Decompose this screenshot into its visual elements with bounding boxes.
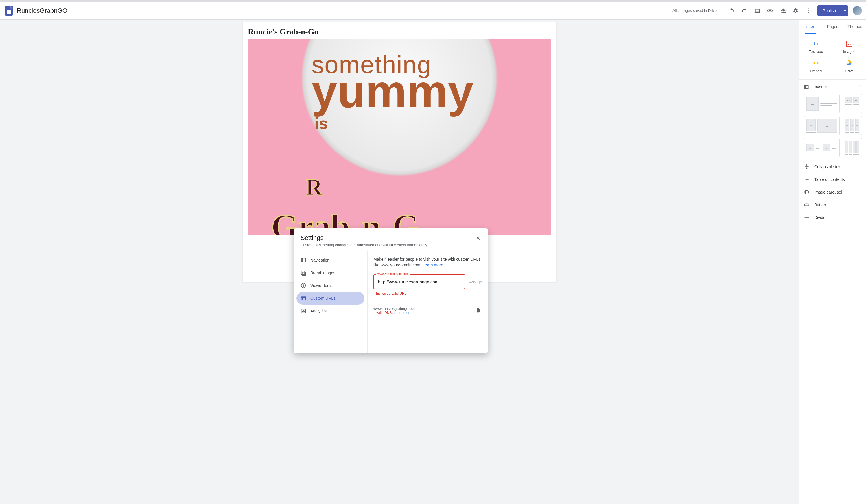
document-title[interactable]: RunciesGrabnGO — [17, 7, 67, 14]
url-error-text: This isn't a valid URL. — [374, 291, 482, 296]
images-icon — [846, 40, 853, 47]
layout-option-6[interactable] — [843, 138, 862, 157]
publish-button[interactable]: Publish — [818, 5, 841, 16]
svg-point-22 — [805, 179, 806, 180]
custom-url-description: Make it easier for people to visit your … — [374, 256, 482, 268]
layout-option-3[interactable] — [804, 116, 840, 135]
insert-divider[interactable]: Divider — [799, 211, 866, 224]
svg-text:T: T — [816, 42, 819, 46]
insert-images[interactable]: Images — [833, 37, 866, 57]
tab-themes[interactable]: Themes — [844, 20, 866, 34]
dialog-title: Settings — [301, 234, 481, 242]
account-avatar[interactable] — [853, 6, 862, 15]
drive-icon — [846, 59, 853, 67]
nav-label: Analytics — [310, 309, 326, 313]
delete-url-button[interactable] — [475, 307, 482, 314]
toc-icon — [804, 176, 810, 182]
svg-rect-26 — [806, 181, 809, 181]
publish-dropdown[interactable] — [841, 5, 848, 16]
svg-rect-14 — [304, 311, 305, 312]
layout-option-5[interactable] — [804, 138, 840, 157]
insert-button[interactable]: Button — [799, 198, 866, 211]
nav-label: Viewer tools — [310, 283, 332, 288]
preview-button[interactable] — [751, 4, 764, 17]
svg-rect-12 — [302, 311, 303, 312]
collapse-icon: ⌃ — [858, 85, 862, 89]
learn-more-link[interactable]: Learn more — [394, 311, 411, 315]
nav-custom-urls[interactable]: Custom URLs — [297, 292, 365, 305]
undo-button[interactable] — [725, 4, 738, 17]
hero-brand-top: R — [306, 174, 322, 201]
close-button[interactable] — [474, 233, 483, 243]
settings-nav: Navigation Brand images Viewer tools — [293, 251, 368, 353]
insert-toc[interactable]: Table of contents — [799, 173, 866, 186]
insert-collapsible-text[interactable]: Collapsible text — [799, 160, 866, 173]
embed-icon — [812, 59, 819, 67]
svg-rect-6 — [302, 272, 306, 276]
label: Table of contents — [814, 177, 845, 182]
settings-dialog: Settings Custom URL setting changes are … — [293, 228, 488, 353]
nav-label: Navigation — [310, 258, 330, 262]
svg-point-0 — [808, 8, 809, 9]
app-header: RunciesGrabnGO All changes saved in Driv… — [0, 2, 866, 20]
layout-option-2[interactable] — [843, 94, 862, 113]
hero-section[interactable]: something yummy is R Grab-n-G — [248, 39, 551, 235]
save-status: All changes saved in Drive — [673, 8, 717, 13]
label: Text box — [809, 49, 823, 54]
divider-icon — [804, 215, 810, 220]
svg-point-23 — [805, 181, 806, 182]
field-label: www.yourdomain.com — [376, 272, 410, 275]
settings-button[interactable] — [789, 4, 802, 17]
svg-rect-20 — [805, 167, 809, 167]
svg-rect-4 — [303, 258, 306, 262]
hero-text-2: yummy — [311, 65, 474, 118]
more-button[interactable] — [802, 4, 814, 17]
svg-rect-9 — [303, 284, 304, 285]
svg-rect-10 — [301, 297, 306, 300]
page-title[interactable]: Runcie's Grab-n-Go — [243, 22, 556, 39]
existing-url-error: Invalid DNS. Learn more — [374, 311, 475, 315]
custom-url-input[interactable] — [374, 274, 465, 289]
insert-text-box[interactable]: TT Text box — [799, 37, 833, 57]
svg-rect-19 — [804, 85, 806, 89]
insert-embed[interactable]: Embed — [799, 57, 833, 76]
nav-label: Custom URLs — [310, 296, 335, 300]
tab-insert[interactable]: Insert — [799, 20, 821, 34]
nav-analytics[interactable]: Analytics — [297, 305, 365, 317]
layouts-section[interactable]: Layouts ⌃ — [804, 83, 862, 91]
nav-viewer-tools[interactable]: Viewer tools — [297, 279, 365, 292]
label: Layouts — [812, 85, 827, 89]
label: Divider — [814, 215, 827, 220]
svg-rect-8 — [303, 285, 304, 287]
learn-more-link[interactable]: Learn more — [423, 263, 443, 267]
layout-option-1[interactable] — [804, 94, 840, 113]
svg-rect-27 — [806, 191, 808, 194]
assign-button[interactable]: Assign — [469, 279, 482, 284]
svg-rect-13 — [303, 310, 304, 312]
nav-brand-images[interactable]: Brand images — [297, 266, 365, 279]
svg-point-21 — [805, 178, 806, 179]
collapsible-icon — [804, 164, 810, 170]
nav-label: Brand images — [310, 271, 335, 275]
tab-pages[interactable]: Pages — [821, 20, 844, 34]
layout-option-4[interactable] — [843, 116, 862, 135]
redo-button[interactable] — [738, 4, 751, 17]
share-button[interactable] — [776, 4, 789, 17]
svg-rect-17 — [847, 41, 852, 46]
svg-rect-25 — [806, 179, 809, 180]
existing-url: www.runciesgrabngo.com — [374, 306, 475, 311]
svg-rect-5 — [301, 271, 305, 275]
insert-image-carousel[interactable]: Image carousel — [799, 186, 866, 198]
label: Images — [843, 49, 856, 54]
svg-rect-31 — [805, 217, 809, 218]
custom-url-field: www.yourdomain.com — [374, 274, 465, 289]
insert-drive[interactable]: Drive — [833, 57, 866, 76]
nav-navigation[interactable]: Navigation — [297, 254, 365, 266]
label: Button — [814, 203, 826, 207]
svg-rect-3 — [301, 258, 303, 262]
label: Image carousel — [814, 190, 842, 194]
svg-rect-28 — [805, 191, 805, 193]
sites-logo-icon[interactable] — [5, 6, 13, 15]
copy-link-button[interactable] — [764, 4, 776, 17]
label: Drive — [845, 69, 854, 73]
